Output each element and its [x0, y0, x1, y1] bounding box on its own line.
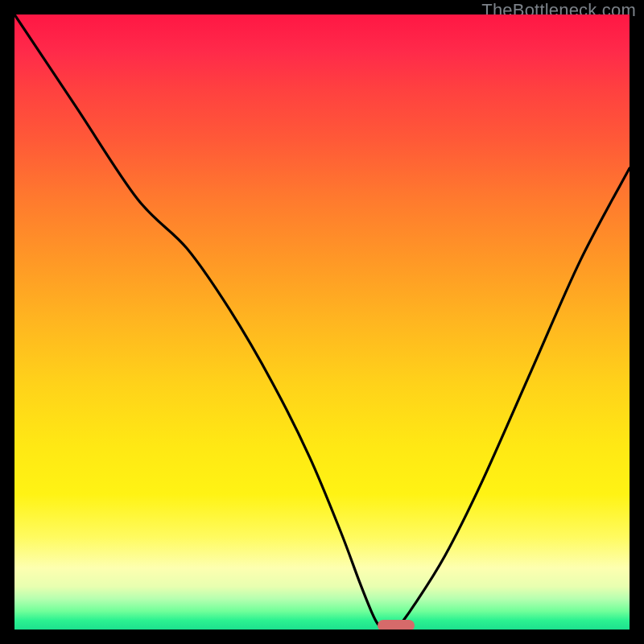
- optimal-range-marker: [378, 620, 415, 630]
- bottleneck-chart: TheBottleneck.com: [0, 0, 644, 644]
- bottleneck-curve-path: [14, 14, 630, 630]
- plot-area: [14, 14, 630, 630]
- curve-layer: [14, 14, 630, 630]
